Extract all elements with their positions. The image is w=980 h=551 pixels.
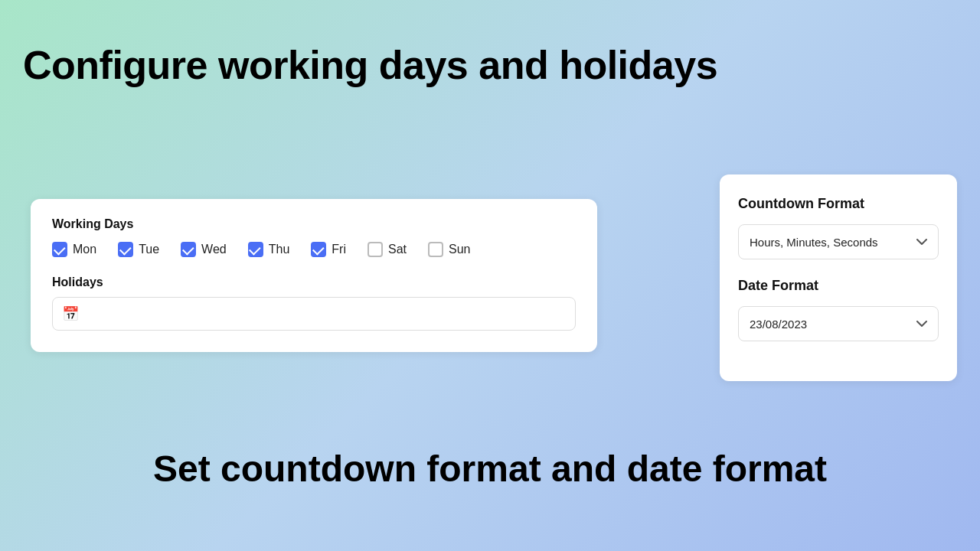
calendar-icon: 📅 bbox=[62, 305, 79, 322]
page-title: Configure working days and holidays bbox=[23, 42, 717, 88]
day-item-sun[interactable]: Sun bbox=[428, 242, 470, 257]
checkbox-tue[interactable] bbox=[118, 242, 133, 257]
day-label-fri: Fri bbox=[332, 243, 346, 256]
checkbox-sun[interactable] bbox=[428, 242, 443, 257]
checkbox-wed[interactable] bbox=[181, 242, 196, 257]
date-format-select[interactable]: 23/08/2023 08/23/2023 2023-08-23 bbox=[738, 306, 939, 341]
working-days-title: Working Days bbox=[52, 217, 576, 231]
countdown-card: Countdown Format Hours, Minutes, Seconds… bbox=[720, 174, 957, 381]
days-row: Mon Tue Wed Thu Fri Sat Sun bbox=[52, 242, 576, 257]
day-item-wed[interactable]: Wed bbox=[181, 242, 227, 257]
bottom-title: Set countdown format and date format bbox=[0, 448, 980, 490]
holidays-input[interactable]: 📅 bbox=[52, 297, 576, 331]
checkbox-fri[interactable] bbox=[311, 242, 326, 257]
checkbox-sat[interactable] bbox=[368, 242, 383, 257]
day-item-mon[interactable]: Mon bbox=[52, 242, 96, 257]
checkbox-thu[interactable] bbox=[248, 242, 263, 257]
holidays-title: Holidays bbox=[52, 276, 576, 289]
day-item-sat[interactable]: Sat bbox=[368, 242, 407, 257]
day-label-sun: Sun bbox=[449, 243, 470, 256]
day-label-thu: Thu bbox=[269, 243, 290, 256]
day-label-wed: Wed bbox=[201, 243, 227, 256]
working-days-card: Working Days Mon Tue Wed Thu Fri bbox=[31, 199, 597, 352]
day-item-fri[interactable]: Fri bbox=[311, 242, 346, 257]
day-item-tue[interactable]: Tue bbox=[118, 242, 159, 257]
day-label-sat: Sat bbox=[388, 243, 407, 256]
day-label-mon: Mon bbox=[73, 243, 96, 256]
countdown-format-title: Countdown Format bbox=[738, 196, 939, 212]
date-format-title: Date Format bbox=[738, 278, 939, 294]
day-item-thu[interactable]: Thu bbox=[248, 242, 290, 257]
countdown-format-select[interactable]: Hours, Minutes, Seconds Days, Hours, Min… bbox=[738, 224, 939, 259]
day-label-tue: Tue bbox=[139, 243, 159, 256]
checkbox-mon[interactable] bbox=[52, 242, 67, 257]
